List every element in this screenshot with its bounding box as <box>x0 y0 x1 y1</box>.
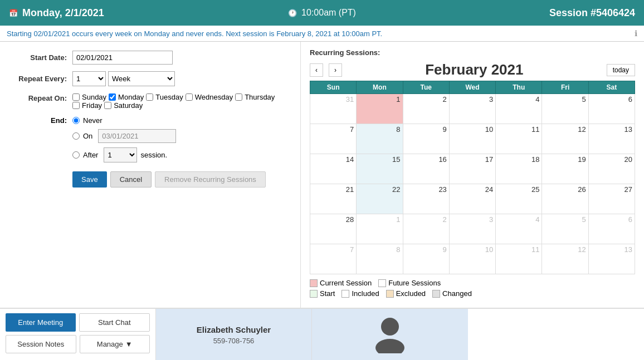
calendar-table: Sun Mon Tue Wed Thu Fri Sat 311234567891… <box>310 81 635 274</box>
calendar-day-cell[interactable]: 3 <box>449 94 495 124</box>
end-on-row: On <box>11 129 289 143</box>
end-never-radio[interactable] <box>72 117 80 124</box>
day-number: 21 <box>346 185 354 194</box>
calendar-day-cell[interactable]: 27 <box>588 184 635 214</box>
start-date-input[interactable] <box>72 51 173 65</box>
day-monday-label[interactable]: Monday <box>109 93 144 101</box>
calendar-day-cell[interactable]: 12 <box>542 244 588 274</box>
main-content: Start Date: Repeat Every: 1234 WeekDayMo… <box>0 42 644 308</box>
calendar-day-cell[interactable]: 6 <box>588 94 635 124</box>
cancel-button[interactable]: Cancel <box>110 171 152 188</box>
calendar-day-cell[interactable]: 25 <box>496 184 542 214</box>
bottom-right <box>312 309 468 360</box>
manage-button[interactable]: Manage ▼ <box>80 335 150 353</box>
save-button[interactable]: Save <box>72 171 107 188</box>
day-number: 1 <box>396 215 400 224</box>
calendar-day-cell[interactable]: 8 <box>357 244 403 274</box>
calendar-week-row: 31123456 <box>310 94 635 124</box>
day-friday-checkbox[interactable] <box>72 102 80 109</box>
calendar-day-cell[interactable]: 7 <box>310 244 357 274</box>
calendar-day-cell[interactable]: 21 <box>310 184 357 214</box>
day-monday-checkbox[interactable] <box>109 93 116 101</box>
calendar-day-cell[interactable]: 16 <box>403 154 449 184</box>
end-after-radio[interactable] <box>72 151 80 159</box>
day-number: 3 <box>489 215 493 224</box>
col-fri: Fri <box>542 81 588 94</box>
repeat-every-number-select[interactable]: 1234 <box>72 71 106 86</box>
header-session: Session #5406424 <box>549 7 635 19</box>
calendar-day-cell[interactable]: 24 <box>449 184 495 214</box>
calendar-day-cell[interactable]: 20 <box>588 154 635 184</box>
calendar-day-cell[interactable]: 3 <box>449 214 495 244</box>
calendar-day-cell[interactable]: 2 <box>403 94 449 124</box>
today-button[interactable]: today <box>607 64 635 76</box>
repeat-every-row: Repeat Every: 1234 WeekDayMonthYear <box>11 71 289 86</box>
session-label: session. <box>140 151 167 159</box>
end-on-option[interactable]: On <box>72 132 92 140</box>
day-number: 2 <box>443 215 447 224</box>
calendar-day-cell[interactable]: 1 <box>357 214 403 244</box>
calendar-day-cell[interactable]: 4 <box>496 94 542 124</box>
calendar-day-cell[interactable]: 2 <box>403 214 449 244</box>
day-number: 23 <box>438 185 446 194</box>
next-month-button[interactable]: › <box>329 63 342 77</box>
day-number: 13 <box>625 125 632 134</box>
calendar-day-cell[interactable]: 17 <box>449 154 495 184</box>
calendar-day-cell[interactable]: 31 <box>310 94 357 124</box>
calendar-day-cell[interactable]: 7 <box>310 124 357 154</box>
calendar-day-cell[interactable]: 1 <box>357 94 403 124</box>
calendar-day-cell[interactable]: 5 <box>542 214 588 244</box>
calendar-day-cell[interactable]: 4 <box>496 214 542 244</box>
calendar-day-cell[interactable]: 9 <box>403 244 449 274</box>
prev-month-button[interactable]: ‹ <box>310 63 323 77</box>
day-thursday-checkbox[interactable] <box>235 93 242 101</box>
end-on-radio[interactable] <box>72 132 80 140</box>
start-chat-button[interactable]: Start Chat <box>79 313 150 332</box>
enter-meeting-button[interactable]: Enter Meeting <box>6 313 76 332</box>
day-wednesday-checkbox[interactable] <box>186 93 193 101</box>
day-number: 16 <box>438 155 446 164</box>
calendar-day-cell[interactable]: 12 <box>542 124 588 154</box>
calendar-day-cell[interactable]: 11 <box>496 124 542 154</box>
day-number: 24 <box>485 185 493 194</box>
calendar-day-cell[interactable]: 22 <box>357 184 403 214</box>
day-saturday-label[interactable]: Saturday <box>104 101 143 110</box>
day-number: 12 <box>578 245 586 254</box>
calendar-day-cell[interactable]: 26 <box>542 184 588 214</box>
calendar-icon: 📅 <box>9 9 18 17</box>
remove-recurring-button[interactable]: Remove Recurring Sessions <box>155 171 266 188</box>
end-never-option[interactable]: Never <box>72 116 103 125</box>
end-after-number-select[interactable]: 123 <box>104 147 137 162</box>
calendar-day-cell[interactable]: 8 <box>357 124 403 154</box>
day-tuesday-label[interactable]: Tuesday <box>146 93 183 101</box>
bottom-btn-row-2: Session Notes Manage ▼ <box>6 335 150 353</box>
end-after-row: After 123 session. <box>11 147 289 162</box>
day-number: 27 <box>625 185 632 194</box>
calendar-day-cell[interactable]: 6 <box>588 214 635 244</box>
calendar-day-cell[interactable]: 28 <box>310 214 357 244</box>
calendar-day-cell[interactable]: 18 <box>496 154 542 184</box>
day-tuesday-checkbox[interactable] <box>146 93 153 101</box>
calendar-day-cell[interactable]: 10 <box>449 124 495 154</box>
calendar-day-cell[interactable]: 11 <box>496 244 542 274</box>
calendar-day-cell[interactable]: 23 <box>403 184 449 214</box>
calendar-day-cell[interactable]: 13 <box>588 244 635 274</box>
repeat-every-unit-select[interactable]: WeekDayMonthYear <box>108 71 175 86</box>
end-on-date-input[interactable] <box>98 129 176 143</box>
day-friday-label[interactable]: Friday <box>72 101 102 110</box>
day-sunday-checkbox[interactable] <box>72 93 80 101</box>
calendar-day-cell[interactable]: 14 <box>310 154 357 184</box>
day-saturday-checkbox[interactable] <box>104 102 111 109</box>
day-number: 28 <box>346 215 354 224</box>
calendar-day-cell[interactable]: 19 <box>542 154 588 184</box>
session-notes-button[interactable]: Session Notes <box>6 335 76 353</box>
calendar-day-cell[interactable]: 15 <box>357 154 403 184</box>
day-thursday-label[interactable]: Thursday <box>235 93 275 101</box>
day-wednesday-label[interactable]: Wednesday <box>186 93 233 101</box>
calendar-day-cell[interactable]: 10 <box>449 244 495 274</box>
calendar-day-cell[interactable]: 5 <box>542 94 588 124</box>
end-after-option[interactable]: After <box>72 151 98 159</box>
calendar-day-cell[interactable]: 13 <box>588 124 635 154</box>
day-sunday-label[interactable]: Sunday <box>72 93 106 101</box>
calendar-day-cell[interactable]: 9 <box>403 124 449 154</box>
